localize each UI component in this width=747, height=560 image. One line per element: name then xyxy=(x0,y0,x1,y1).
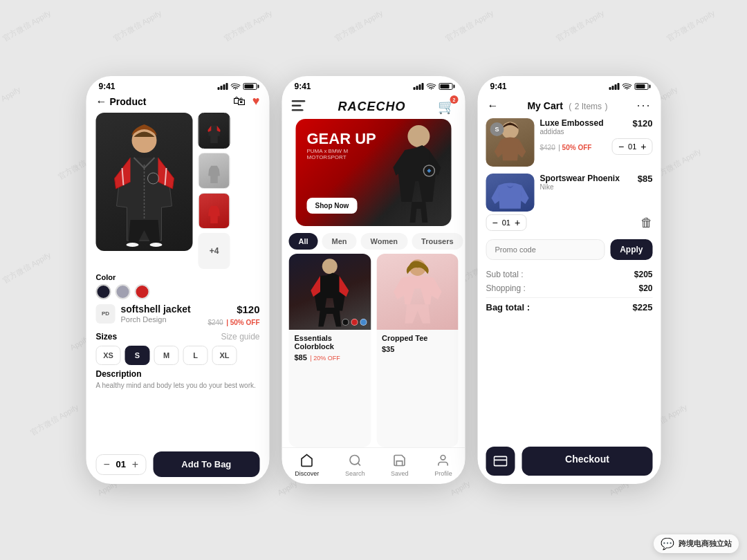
product-thumbnails: +4 xyxy=(199,113,230,269)
checkout-icon-button[interactable] xyxy=(486,447,515,476)
product-name-brand: PD softshell jacket Porch Design xyxy=(96,304,191,324)
category-men[interactable]: Men xyxy=(322,233,357,250)
hero-figure xyxy=(366,119,452,226)
product-card-info-1: Essentials Colorblock $85 | 20% OFF xyxy=(289,330,371,367)
more-options-button[interactable]: ··· xyxy=(636,98,651,113)
size-s[interactable]: S xyxy=(125,346,150,365)
nav-profile[interactable]: Profile xyxy=(434,454,452,477)
status-time-1: 9:41 xyxy=(99,82,116,91)
thumbnail-more[interactable]: +4 xyxy=(199,233,230,269)
thumbnail-3[interactable] xyxy=(199,193,230,229)
shop-now-button[interactable]: Shop Now xyxy=(307,198,358,214)
cart-item-2-details: Sportswear Phoenix Nike $85 xyxy=(540,174,653,191)
qty-plus-1[interactable]: + xyxy=(640,141,646,152)
battery-icon-2 xyxy=(439,83,453,90)
checkout-button[interactable]: Checkout xyxy=(522,447,653,476)
phones-container: 9:41 xyxy=(86,76,661,484)
battery-icon-1 xyxy=(243,83,257,90)
profile-icon xyxy=(436,454,450,469)
qty-minus-2[interactable]: − xyxy=(492,217,498,228)
product-card-price-2: $35 xyxy=(382,345,394,353)
products-grid: Essentials Colorblock $85 | 20% OFF xyxy=(282,254,465,447)
qty-minus[interactable]: − xyxy=(104,458,110,471)
product-card-2[interactable]: Cropped Tee $35 xyxy=(376,254,459,447)
favorite-icon[interactable]: ♥ xyxy=(252,94,260,109)
product-name-details: softshell jacket Porch Design xyxy=(121,304,191,324)
swatch-dark[interactable] xyxy=(96,284,111,299)
back-button[interactable]: ← Product xyxy=(96,95,147,108)
product-card-img-2 xyxy=(376,254,459,330)
size-m[interactable]: M xyxy=(154,346,179,365)
apply-button[interactable]: Apply xyxy=(610,239,652,260)
description-title: Description xyxy=(96,369,260,379)
size-guide: Size guide xyxy=(221,332,259,342)
status-bar-1: 9:41 xyxy=(86,76,270,94)
status-icons-1 xyxy=(218,83,257,91)
category-women[interactable]: Women xyxy=(361,233,408,250)
add-to-bag-section: − 01 + Add To Bag xyxy=(86,446,270,484)
cart-back-button[interactable]: ← xyxy=(488,100,499,112)
brand-logo: PD xyxy=(96,304,116,324)
promo-section: Apply xyxy=(486,239,653,260)
add-to-bag-button[interactable]: Add To Bag xyxy=(153,451,259,477)
swatch-gray[interactable] xyxy=(116,284,131,299)
product-header: ← Product 🛍 ♥ xyxy=(86,94,270,113)
color-section: Color xyxy=(86,269,270,299)
price-original: $240 xyxy=(208,319,223,326)
category-all[interactable]: All xyxy=(289,233,318,250)
subtotal-row: Sub total : $205 xyxy=(486,270,653,279)
qty-plus[interactable]: + xyxy=(132,458,138,471)
search-icon xyxy=(348,454,362,469)
thumbnail-2[interactable] xyxy=(199,153,230,189)
product-card-name-1: Essentials Colorblock xyxy=(295,334,366,351)
wechat-label: 跨境电商独立站 xyxy=(679,539,732,549)
product-title-row: PD softshell jacket Porch Design $120 $2… xyxy=(96,304,260,328)
size-l[interactable]: L xyxy=(183,346,208,365)
cart-count: 2 Items xyxy=(575,102,602,111)
status-icons-3 xyxy=(609,83,649,91)
signal-icon-3 xyxy=(609,83,620,90)
cart-item-1: S Luxe Embossed a xyxy=(486,118,653,167)
nav-discover[interactable]: Discover xyxy=(295,454,319,477)
product-card-1[interactable]: Essentials Colorblock $85 | 20% OFF xyxy=(289,254,371,447)
size-xl[interactable]: XL xyxy=(212,346,237,365)
size-badge-1: S xyxy=(490,122,504,136)
thumbnail-1[interactable] xyxy=(199,113,230,149)
phone-racecho: 9:41 xyxy=(282,76,465,484)
header-icons: 🛍 ♥ xyxy=(233,94,260,109)
delete-item-2[interactable]: 🗑 xyxy=(640,216,653,230)
status-icons-2 xyxy=(414,83,453,91)
cart-item-2-brand: Nike xyxy=(540,183,620,191)
cart-qty-1: − 01 + xyxy=(612,138,653,155)
cart-item-1-off: 50% OFF xyxy=(562,144,592,151)
menu-icon[interactable] xyxy=(292,99,306,115)
wifi-icon-3 xyxy=(622,83,632,91)
wechat-icon: 💬 xyxy=(661,537,674,550)
sizes-label: Sizes xyxy=(96,332,118,342)
svg-point-3 xyxy=(150,243,163,247)
hero-banner: GEAR UP PUMA x BMW MMOTORSPORT Shop Now xyxy=(296,119,452,226)
phone-product: 9:41 xyxy=(86,76,270,484)
nav-search[interactable]: Search xyxy=(345,454,365,477)
swatch-red[interactable] xyxy=(135,284,150,299)
product-name: softshell jacket xyxy=(121,304,191,315)
category-trousers[interactable]: Trousers xyxy=(412,233,463,250)
qty-minus-1[interactable]: − xyxy=(618,141,624,152)
promo-input[interactable] xyxy=(486,239,605,260)
status-bar-3: 9:41 xyxy=(478,76,661,94)
nav-saved-label: Saved xyxy=(391,470,409,477)
svg-rect-6 xyxy=(292,104,302,106)
product-card-img-1 xyxy=(289,254,371,330)
sizes-row: XS S M L XL xyxy=(96,346,260,365)
status-time-3: 9:41 xyxy=(490,82,507,91)
svg-point-2 xyxy=(127,243,139,247)
shopping-bag-icon[interactable]: 🛍 xyxy=(233,94,246,109)
qty-plus-2[interactable]: + xyxy=(515,217,520,228)
cart-title: My Cart xyxy=(527,100,562,111)
nav-saved[interactable]: Saved xyxy=(391,454,409,477)
color-swatches xyxy=(96,284,260,299)
price-off-label: 50% OFF xyxy=(230,319,260,326)
bottom-nav: Discover Search Saved xyxy=(282,447,465,484)
size-xs[interactable]: XS xyxy=(96,346,121,365)
sizes-header: Sizes Size guide xyxy=(96,332,260,342)
